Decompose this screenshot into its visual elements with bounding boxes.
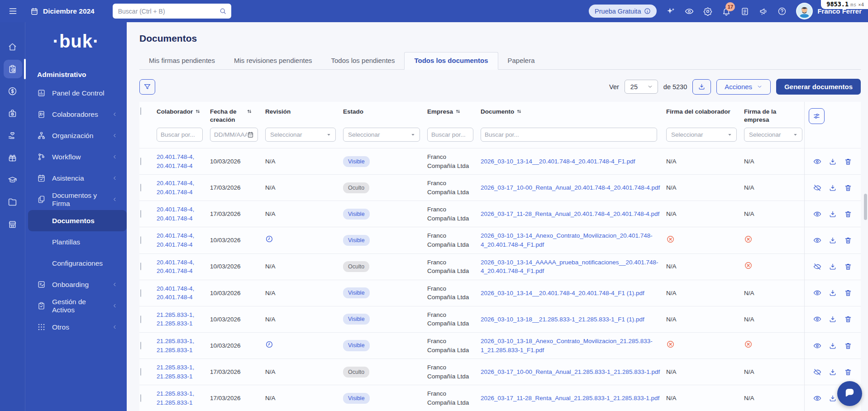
tab-mis-revisiones-pendientes[interactable]: Mis revisiones pendientes [224, 52, 322, 69]
documento-link[interactable]: 2026_03-17_11-28_Renta_Anual_20.401.748-… [481, 210, 659, 217]
delete-document-trash-icon[interactable] [844, 210, 852, 218]
documento-link[interactable]: 2026_03-10_13-18_Anexo_Contrato_Moviliza… [481, 338, 653, 354]
tab-todos-los-pendientes[interactable]: Todos los pendientes [322, 52, 405, 69]
sidebar-subitem-documentos[interactable]: Documentos [28, 210, 127, 231]
hide-document-eye-off-icon[interactable] [813, 263, 821, 271]
view-document-eye-icon[interactable] [813, 158, 821, 166]
rail-item-folder-icon[interactable] [0, 191, 25, 213]
download-document-icon[interactable] [829, 184, 837, 192]
sidebar-item-asistencia[interactable]: Asistencia [25, 167, 127, 189]
delete-document-trash-icon[interactable] [844, 158, 852, 166]
colaborador-link[interactable]: 20.401.748-4, 20.401.748-4 [157, 285, 194, 301]
page-size-select[interactable]: 25 [625, 80, 658, 94]
search-icon[interactable] [219, 7, 227, 15]
sidebar-subitem-plantillas[interactable]: Plantillas [28, 231, 127, 253]
delete-document-trash-icon[interactable] [844, 368, 852, 376]
view-document-eye-icon[interactable] [813, 315, 821, 323]
delete-document-trash-icon[interactable] [844, 263, 852, 271]
tab-papelera[interactable]: Papelera [498, 52, 544, 69]
view-document-eye-icon[interactable] [813, 394, 821, 402]
documento-link[interactable]: 2026_03-10_13-14_AAAAA_prueba_notificaci… [481, 259, 658, 275]
rail-item-home-icon[interactable] [0, 36, 25, 58]
colaborador-link[interactable]: 20.401.748-4, 20.401.748-4 [157, 206, 194, 222]
documento-link[interactable]: 2026_03-17_11-28_Renta_Anual_21.285.833-… [481, 395, 659, 401]
view-document-eye-icon[interactable] [813, 289, 821, 297]
help-icon[interactable] [777, 7, 787, 16]
colaborador-link[interactable]: 21.285.833-1, 21.285.833-1 [157, 390, 194, 406]
trial-badge[interactable]: Prueba Gratuita [589, 5, 657, 18]
rail-item-gift-icon[interactable] [0, 147, 25, 169]
row-checkbox[interactable] [140, 263, 141, 270]
rail-item-storefront-icon[interactable] [0, 213, 25, 235]
filter-fecha-input[interactable] [214, 131, 247, 138]
download-document-icon[interactable] [829, 236, 837, 244]
tab-mis-firmas-pendientes[interactable]: Mis firmas pendientes [139, 52, 224, 69]
colaborador-link[interactable]: 20.401.748-4, 20.401.748-4 [157, 232, 194, 248]
documento-link[interactable]: 2026_03-10_13-14_Anexo_Contrato_Moviliza… [481, 232, 653, 248]
colaborador-link[interactable]: 21.285.833-1, 21.285.833-1 [157, 364, 194, 380]
sidebar-item-panel-de-control[interactable]: Panel de Control [25, 82, 127, 104]
download-document-icon[interactable] [829, 315, 837, 323]
filter-empresa-input[interactable] [431, 131, 469, 138]
sidebar-item-onboarding[interactable]: Onboarding [25, 274, 127, 295]
colaborador-link[interactable]: 20.401.748-4, 20.401.748-4 [157, 153, 194, 169]
row-checkbox[interactable] [140, 368, 141, 376]
rail-item-clipboard-clock-icon[interactable] [0, 58, 25, 80]
actions-button[interactable]: Acciones [716, 79, 771, 95]
eye-icon[interactable] [685, 7, 694, 16]
search-input[interactable] [118, 8, 219, 15]
view-document-eye-icon[interactable] [813, 342, 821, 350]
sparkles-icon[interactable] [666, 7, 675, 16]
sort-icon[interactable] [455, 108, 461, 115]
row-checkbox[interactable] [140, 342, 141, 349]
download-document-icon[interactable] [829, 368, 837, 376]
documento-link[interactable]: 2026_03-17_10-00_Renta_Anual_21.285.833-… [481, 368, 660, 375]
delete-document-trash-icon[interactable] [844, 184, 852, 192]
sort-icon[interactable] [516, 108, 522, 115]
row-checkbox[interactable] [140, 394, 141, 402]
delete-document-trash-icon[interactable] [844, 289, 852, 297]
row-checkbox[interactable] [140, 210, 141, 218]
sidebar-item-otros[interactable]: Otros [25, 316, 127, 338]
filter-colaborador-input[interactable] [161, 131, 199, 138]
megaphone-icon[interactable] [759, 7, 768, 16]
rail-item-graduation-cap-icon[interactable] [0, 169, 25, 191]
row-checkbox[interactable] [140, 184, 141, 191]
colaborador-link[interactable]: 20.401.748-4, 20.401.748-4 [157, 180, 194, 196]
avatar[interactable] [796, 3, 813, 19]
filter-button[interactable] [139, 79, 155, 95]
filter-revision-select[interactable]: Seleccionar [265, 128, 336, 142]
delete-document-trash-icon[interactable] [844, 236, 852, 244]
view-document-eye-icon[interactable] [813, 210, 821, 218]
documento-link[interactable]: 2026_03-10_13-14__20.401.748-4_20.401.74… [481, 290, 644, 296]
sidebar-item-organizacion[interactable]: Organización [25, 125, 127, 146]
sidebar-item-gestion-de-activos[interactable]: Gestión de Activos [25, 295, 127, 316]
document-list-icon[interactable] [740, 7, 749, 16]
select-all-checkbox[interactable] [140, 107, 141, 115]
documento-link[interactable]: 2026_03-17_10-00_Renta_Anual_20.401.748-… [481, 184, 660, 191]
hide-document-eye-off-icon[interactable] [813, 184, 821, 192]
gear-icon[interactable] [703, 7, 712, 16]
bell-icon[interactable]: 17 [722, 7, 731, 16]
delete-document-trash-icon[interactable] [844, 315, 852, 323]
filter-firma-colaborador-select[interactable]: Seleccionar [666, 128, 737, 142]
chat-button[interactable] [837, 381, 862, 406]
sidebar-subitem-configuraciones[interactable]: Configuraciones [28, 253, 127, 274]
colaborador-link[interactable]: 21.285.833-1, 21.285.833-1 [157, 311, 194, 327]
download-document-icon[interactable] [829, 342, 837, 350]
filter-documento-input[interactable] [485, 131, 653, 138]
filter-firma-empresa-select[interactable]: Seleccionar [744, 128, 802, 142]
filter-estado-select[interactable]: Seleccionar [343, 128, 420, 142]
sort-icon[interactable] [195, 108, 201, 115]
download-document-icon[interactable] [829, 158, 837, 166]
documento-link[interactable]: 2026_03-10_13-14__20.401.748-4_20.401.74… [481, 158, 635, 165]
calendar-icon[interactable] [247, 131, 254, 138]
rail-item-dollar-coin-icon[interactable] [0, 80, 25, 102]
rail-item-bag-clock-icon[interactable] [0, 102, 25, 124]
row-checkbox[interactable] [140, 236, 141, 244]
period-selector[interactable]: Diciembre 2024 [30, 7, 95, 15]
column-settings-button[interactable] [809, 108, 825, 124]
download-document-icon[interactable] [829, 289, 837, 297]
hide-document-eye-off-icon[interactable] [813, 368, 821, 376]
row-checkbox[interactable] [140, 315, 141, 323]
